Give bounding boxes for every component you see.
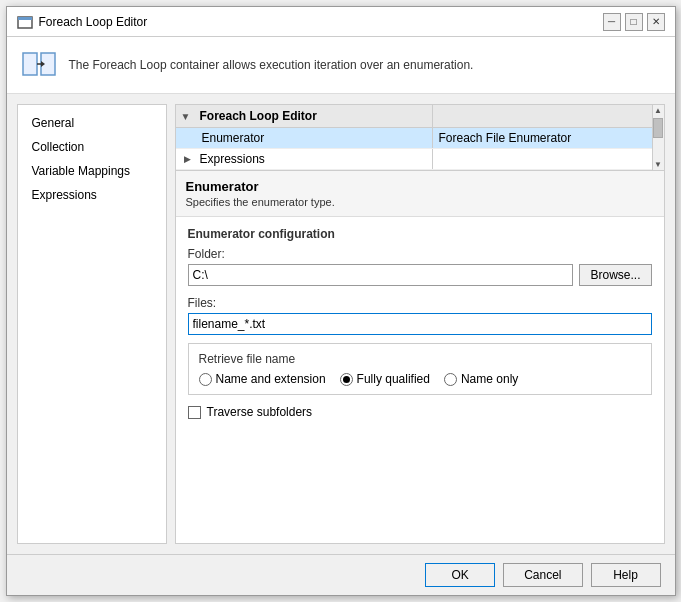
sidebar: General Collection Variable Mappings Exp… — [17, 104, 167, 544]
foreach-loop-editor-window: Foreach Loop Editor ─ □ ✕ The Foreach Lo… — [6, 6, 676, 596]
title-bar-left: Foreach Loop Editor — [17, 14, 148, 30]
radio-name-only[interactable]: Name only — [444, 372, 518, 386]
tree-root-label: Foreach Loop Editor — [196, 105, 432, 127]
svg-rect-1 — [18, 17, 32, 20]
enumerator-title: Enumerator — [186, 179, 654, 194]
sidebar-item-expressions[interactable]: Expressions — [18, 183, 166, 207]
help-button[interactable]: Help — [591, 563, 661, 587]
scroll-up-icon[interactable]: ▲ — [653, 105, 663, 116]
tree-root-row: ▼ Foreach Loop Editor — [176, 105, 652, 128]
scrollbar-thumb[interactable] — [653, 118, 663, 138]
folder-input[interactable] — [188, 264, 574, 286]
radio-fully-qualified[interactable]: Fully qualified — [340, 372, 430, 386]
window-icon — [17, 14, 33, 30]
config-section-title: Enumerator configuration — [188, 227, 652, 241]
tree-enumerator-row[interactable]: Enumerator Foreach File Enumerator — [176, 128, 652, 149]
tree-expressions-label: Expressions — [196, 149, 432, 169]
sidebar-item-collection[interactable]: Collection — [18, 135, 166, 159]
tree-enumerator-label: Enumerator — [196, 128, 432, 148]
tree-enumerator-value: Foreach File Enumerator — [432, 128, 652, 148]
retrieve-section: Retrieve file name Name and extension Fu… — [188, 343, 652, 395]
radio-circle-name-only[interactable] — [444, 373, 457, 386]
traverse-checkbox[interactable] — [188, 406, 201, 419]
minimize-button[interactable]: ─ — [603, 13, 621, 31]
close-button[interactable]: ✕ — [647, 13, 665, 31]
tree-indent2 — [176, 149, 184, 169]
radio-name-ext-label: Name and extension — [216, 372, 326, 386]
radio-circle-fully-qualified[interactable] — [340, 373, 353, 386]
ok-button[interactable]: OK — [425, 563, 495, 587]
foreach-icon — [21, 47, 57, 83]
tree-expressions-toggle[interactable]: ▶ — [184, 149, 196, 169]
radio-name-ext[interactable]: Name and extension — [199, 372, 326, 386]
radio-circle-name-ext[interactable] — [199, 373, 212, 386]
tree-scrollbar[interactable]: ▲ ▼ — [652, 105, 664, 170]
radio-fully-qualified-label: Fully qualified — [357, 372, 430, 386]
tree-collapse-icon[interactable]: ▼ — [176, 105, 196, 127]
retrieve-title: Retrieve file name — [199, 352, 641, 366]
main-panel: ▼ Foreach Loop Editor Enumerator Foreach… — [175, 104, 665, 544]
sidebar-item-general[interactable]: General — [18, 111, 166, 135]
files-section: Files: — [188, 296, 652, 335]
window-title: Foreach Loop Editor — [39, 15, 148, 29]
config-section: Enumerator configuration Folder: Browse.… — [176, 217, 664, 543]
cancel-button[interactable]: Cancel — [503, 563, 582, 587]
browse-button[interactable]: Browse... — [579, 264, 651, 286]
svg-rect-2 — [23, 53, 37, 75]
radio-group: Name and extension Fully qualified Name … — [199, 372, 641, 386]
tree-expressions-value — [432, 149, 652, 169]
enumerator-description: Specifies the enumerator type. — [186, 196, 654, 208]
enumerator-info-section: Enumerator Specifies the enumerator type… — [176, 171, 664, 217]
tree-indent — [176, 128, 196, 148]
radio-name-only-label: Name only — [461, 372, 518, 386]
header-description: The Foreach Loop container allows execut… — [69, 58, 474, 72]
header-info: The Foreach Loop container allows execut… — [7, 37, 675, 94]
tree-content: ▼ Foreach Loop Editor Enumerator Foreach… — [176, 105, 652, 170]
tree-wrapper: ▼ Foreach Loop Editor Enumerator Foreach… — [176, 105, 664, 171]
traverse-label: Traverse subfolders — [207, 405, 313, 419]
maximize-button[interactable]: □ — [625, 13, 643, 31]
title-bar: Foreach Loop Editor ─ □ ✕ — [7, 7, 675, 37]
files-input[interactable] — [188, 313, 652, 335]
scroll-down-icon[interactable]: ▼ — [653, 159, 663, 170]
traverse-row[interactable]: Traverse subfolders — [188, 405, 652, 419]
title-bar-controls: ─ □ ✕ — [603, 13, 665, 31]
folder-label: Folder: — [188, 247, 652, 261]
sidebar-item-variable-mappings[interactable]: Variable Mappings — [18, 159, 166, 183]
footer: OK Cancel Help — [7, 554, 675, 595]
content-area: General Collection Variable Mappings Exp… — [7, 94, 675, 554]
folder-row: Browse... — [188, 264, 652, 286]
tree-expressions-row[interactable]: ▶ Expressions — [176, 149, 652, 170]
tree-root-value — [432, 105, 652, 127]
files-label: Files: — [188, 296, 652, 310]
